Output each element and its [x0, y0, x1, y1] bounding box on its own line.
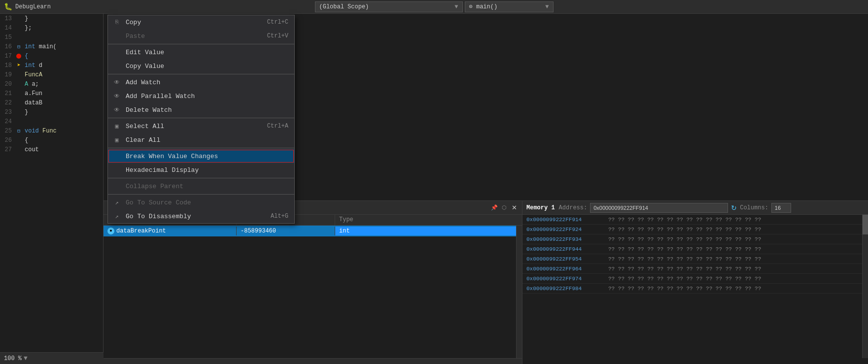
columns-input[interactable] — [771, 203, 791, 213]
watch-pin-button[interactable]: 📌 — [490, 204, 498, 212]
memory-bytes-4: ?? ?? ?? ?? ?? ?? ?? ?? ?? ?? ?? ?? ?? ?… — [606, 256, 868, 262]
code-line-16: 16 ⊟ int main( — [0, 42, 103, 51]
code-line-25: 25 ⊟ void Func — [0, 126, 103, 135]
memory-row-6: 0x0000099222FF974 ?? ?? ?? ?? ?? ?? ?? ?… — [522, 274, 868, 284]
menu-item-add-watch[interactable]: 👁 Add Watch — [108, 75, 294, 89]
memory-bytes-3: ?? ?? ?? ?? ?? ?? ?? ?? ?? ?? ?? ?? ?? ?… — [606, 246, 868, 252]
scope-dropdown[interactable]: (Global Scope) ▼ — [315, 1, 463, 12]
scope-text: (Global Scope) — [319, 3, 369, 10]
hex-display-label: Hexadecimal Display — [126, 166, 284, 174]
watch-scroll-bottom[interactable] — [104, 358, 522, 364]
memory-row-1: 0x0000099222FF924 ?? ?? ?? ?? ?? ?? ?? ?… — [522, 225, 868, 234]
memory-row-3: 0x0000099222FF944 ?? ?? ?? ?? ?? ?? ?? ?… — [522, 244, 868, 254]
context-menu: ⎘ Copy Ctrl+C Paste Ctrl+V Edit Value Co… — [107, 15, 295, 224]
menu-sep-6 — [108, 194, 294, 195]
code-lines: 13 } 14 }; 15 16 ⊟ int main( — [0, 14, 103, 154]
menu-sep-2 — [108, 74, 294, 74]
hex-display-icon — [113, 166, 121, 174]
memory-title: Memory 1 — [526, 204, 555, 211]
zoom-level: 100 % — [4, 355, 22, 362]
go-to-source-label: Go To Source Code — [126, 199, 284, 206]
go-to-disasm-icon: ↗ — [113, 212, 121, 220]
memory-content: 0x0000099222FF914 ?? ?? ?? ?? ?? ?? ?? ?… — [522, 215, 868, 364]
menu-item-copy-value[interactable]: Copy Value — [108, 59, 294, 73]
memory-row-4: 0x0000099222FF954 ?? ?? ?? ?? ?? ?? ?? ?… — [522, 254, 868, 264]
go-to-disasm-shortcut: Alt+G — [271, 213, 288, 220]
memory-addr-6: 0x0000099222FF974 — [522, 276, 606, 282]
memory-header: Memory 1 Address: ↻ Columns: — [522, 201, 868, 215]
watch-panel: Watch 1 📌 ⬡ ✕ Name Value Type ● — [104, 201, 522, 364]
select-all-label: Select All — [126, 123, 263, 130]
select-all-icon: ▣ — [113, 122, 121, 130]
memory-addr-2: 0x0000099222FF934 — [522, 236, 606, 242]
menu-item-go-to-disasm[interactable]: ↗ Go To Disassembly Alt+G — [108, 209, 294, 223]
menu-item-hex-display[interactable]: Hexadecimal Display — [108, 163, 294, 177]
add-parallel-watch-icon: 👁 — [113, 92, 121, 100]
copy-label: Copy — [126, 19, 263, 26]
menu-item-break-when[interactable]: Break When Value Changes — [108, 149, 294, 163]
memory-bytes-6: ?? ?? ?? ?? ?? ?? ?? ?? ?? ?? ?? ?? ?? ?… — [606, 276, 868, 282]
paste-label: Paste — [126, 33, 263, 40]
menu-item-add-parallel-watch[interactable]: 👁 Add Parallel Watch — [108, 89, 294, 103]
code-line-17: 17 { — [0, 51, 103, 61]
clear-all-label: Clear All — [126, 136, 284, 144]
func-dropdown[interactable]: ⊙ main() ▼ — [465, 1, 554, 12]
zoom-bar: 100 % ▼ — [0, 352, 104, 364]
add-watch-label: Add Watch — [126, 79, 284, 86]
watch-tab-controls: 📌 ⬡ ✕ — [490, 204, 518, 212]
code-line-27: 27 cout — [0, 145, 103, 154]
memory-bytes-2: ?? ?? ?? ?? ?? ?? ?? ?? ?? ?? ?? ?? ?? ?… — [606, 236, 868, 242]
go-to-disasm-label: Go To Disassembly — [126, 213, 267, 220]
watch-cell-value-0: -858993460 — [237, 227, 335, 235]
code-line-15: 15 — [0, 33, 103, 42]
menu-item-clear-all[interactable]: ▣ Clear All — [108, 133, 294, 147]
edit-value-label: Edit Value — [126, 49, 284, 56]
menu-sep-3 — [108, 118, 294, 118]
address-label: Address: — [559, 204, 588, 211]
memory-bytes-7: ?? ?? ?? ?? ?? ?? ?? ?? ?? ?? ?? ?? ?? ?… — [606, 286, 868, 292]
refresh-button[interactable]: ↻ — [731, 204, 737, 212]
memory-row-7: 0x0000099222FF984 ?? ?? ?? ?? ?? ?? ?? ?… — [522, 284, 868, 294]
collapse-parent-label: Collapse Parent — [126, 183, 284, 190]
memory-bytes-0: ?? ?? ?? ?? ?? ?? ?? ?? ?? ?? ?? ?? ?? ?… — [606, 217, 868, 223]
menu-item-edit-value[interactable]: Edit Value — [108, 45, 294, 59]
address-input[interactable] — [590, 203, 728, 213]
memory-scroll-thumb[interactable] — [863, 215, 868, 234]
watch-float-button[interactable]: ⬡ — [500, 204, 508, 212]
menu-sep-4 — [108, 148, 294, 148]
menu-item-copy[interactable]: ⎘ Copy Ctrl+C — [108, 15, 294, 29]
memory-row-2: 0x0000099222FF934 ?? ?? ?? ?? ?? ?? ?? ?… — [522, 234, 868, 244]
menu-item-select-all[interactable]: ▣ Select All Ctrl+A — [108, 119, 294, 133]
app-title: 🐛 DebugLearn — [4, 2, 51, 11]
menu-item-delete-watch[interactable]: 👁 Delete Watch — [108, 103, 294, 117]
code-line-24: 24 — [0, 117, 103, 126]
memory-scroll-right[interactable] — [862, 215, 868, 358]
go-to-source-icon: ↗ — [113, 199, 121, 206]
code-line-13: 13 } — [0, 14, 103, 23]
title-bar: 🐛 DebugLearn (Global Scope) ▼ ⊙ main() ▼ — [0, 0, 868, 14]
paste-icon — [113, 32, 121, 40]
collapse-parent-icon — [113, 182, 121, 190]
toolbar-center: (Global Scope) ▼ ⊙ main() ▼ — [315, 1, 554, 12]
add-parallel-watch-label: Add Parallel Watch — [126, 93, 284, 100]
copy-value-label: Copy Value — [126, 63, 284, 70]
watch-row-0[interactable]: ● dataBreakPoint -858993460 int — [104, 226, 522, 236]
memory-addr-0: 0x0000099222FF914 — [522, 217, 606, 223]
code-line-14: 14 }; — [0, 23, 103, 33]
watch-scroll-right[interactable] — [516, 226, 522, 358]
menu-item-go-to-source: ↗ Go To Source Code — [108, 196, 294, 209]
menu-sep-5 — [108, 178, 294, 178]
memory-bytes-1: ?? ?? ?? ?? ?? ?? ?? ?? ?? ?? ?? ?? ?? ?… — [606, 227, 868, 232]
memory-addr-3: 0x0000099222FF944 — [522, 246, 606, 252]
memory-panel: Memory 1 Address: ↻ Columns: 0x000009922… — [522, 201, 868, 364]
code-line-22: 22 dataB — [0, 98, 103, 107]
watch-item-icon: ● — [107, 228, 114, 234]
memory-addr-1: 0x0000099222FF924 — [522, 227, 606, 232]
columns-label: Columns: — [740, 204, 768, 211]
watch-close-button[interactable]: ✕ — [510, 204, 518, 212]
memory-addr-4: 0x0000099222FF954 — [522, 256, 606, 262]
zoom-down-icon[interactable]: ▼ — [24, 355, 28, 362]
copy-value-icon — [113, 62, 121, 70]
arrow-18: ➤ — [17, 62, 20, 69]
code-line-18: 18 ➤ int d — [0, 61, 103, 70]
